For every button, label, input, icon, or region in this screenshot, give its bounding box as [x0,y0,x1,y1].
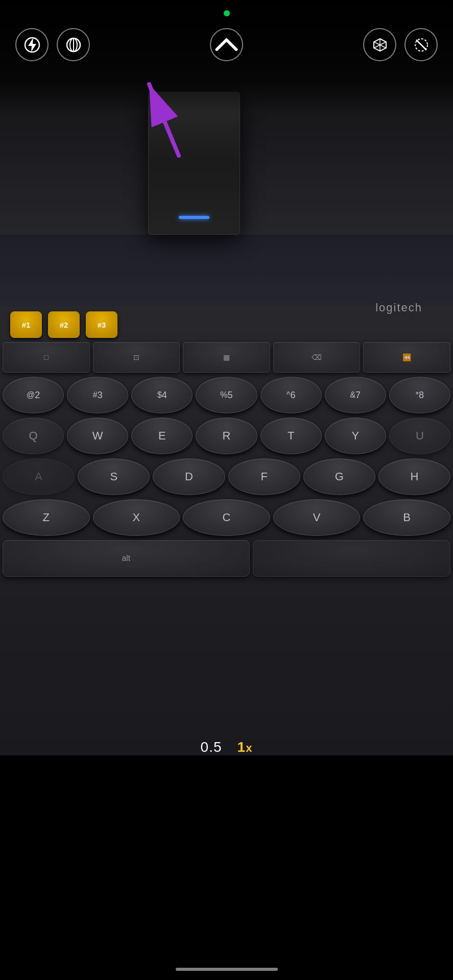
3d-view-button[interactable] [363,28,396,61]
desk-surface [0,235,453,306]
key-t: T [260,418,322,454]
live-button[interactable] [57,28,90,61]
key-f: F [228,458,300,495]
key-fn2: ⊡ [93,342,180,373]
key-fn5: ⏪ [363,342,450,373]
keyboard-yellow-row: #1 #2 #3 [0,311,117,338]
expand-button[interactable] [210,28,243,61]
key-z: Z [3,499,90,536]
3d-icon [372,37,388,53]
desk-device [148,92,240,235]
keyboard-row-asdf: A S D F G H [0,458,453,495]
keyboard-row-zxcvb: Z X C V B [0,499,453,536]
key-x: X [93,499,180,536]
camera-viewfinder: logitech #1 #2 #3 □ ⊡ ▦ ⌫ ⏪ @2 #3 $4 %5 … [0,0,453,755]
chevron-up-icon [211,29,242,60]
key-w: W [67,418,128,454]
no-distortion-icon [413,37,430,53]
key-f1: #1 [10,311,42,338]
keyboard-body: □ ⊡ ▦ ⌫ ⏪ @2 #3 $4 %5 ^6 &7 *8 Q W E R T… [0,342,453,602]
key-e: E [131,418,193,454]
camera-controls-bar: CINEMATIC VIDEO PHOTO PORTRAIT PANO [0,755,453,980]
svg-line-10 [416,40,426,50]
key-c: C [183,499,270,536]
key-alt: alt [3,540,250,577]
keyboard-row-fn: □ ⊡ ▦ ⌫ ⏪ [0,342,453,373]
key-v: V [273,499,361,536]
keyboard-row-numbers: @2 #3 $4 %5 ^6 &7 *8 [0,377,453,413]
key-h: H [378,458,450,495]
key-a: A [3,458,75,495]
device-indicator-light [179,216,209,219]
live-icon [65,37,82,53]
key-y: Y [325,418,386,454]
key-fn3: ▦ [183,342,270,373]
zoom-1x[interactable]: 1x [237,739,253,755]
key-6: ^6 [260,377,322,413]
key-5: %5 [196,377,257,413]
key-space1 [253,540,450,577]
key-7: &7 [325,377,386,413]
key-s: S [78,458,150,495]
key-4: $4 [131,377,193,413]
no-distortion-button[interactable] [404,28,438,61]
key-fn1: □ [3,342,90,373]
key-d: D [153,458,225,495]
keyboard-brand-label: logitech [375,301,422,314]
key-fn4: ⌫ [273,342,361,373]
keyboard-row-alt: alt [0,540,453,577]
key-f2: #2 [48,311,80,338]
key-b: B [363,499,450,536]
key-u: U [389,418,450,454]
svg-marker-0 [28,38,36,52]
home-indicator [176,968,278,971]
key-r: R [196,418,257,454]
key-f3: #3 [86,311,117,338]
status-indicator-dot [224,10,230,16]
key-g: G [303,458,375,495]
top-toolbar [0,28,453,61]
key-8: *8 [389,377,450,413]
flash-icon [24,37,40,53]
key-3: #3 [67,377,128,413]
zoom-0-5[interactable]: 0.5 [201,739,222,755]
keyboard-row-qwerty: Q W E R T Y U [0,418,453,454]
key-2: @2 [3,377,64,413]
zoom-bar: 0.5 1x [0,739,453,755]
flash-button[interactable] [15,28,49,61]
key-q: Q [3,418,64,454]
